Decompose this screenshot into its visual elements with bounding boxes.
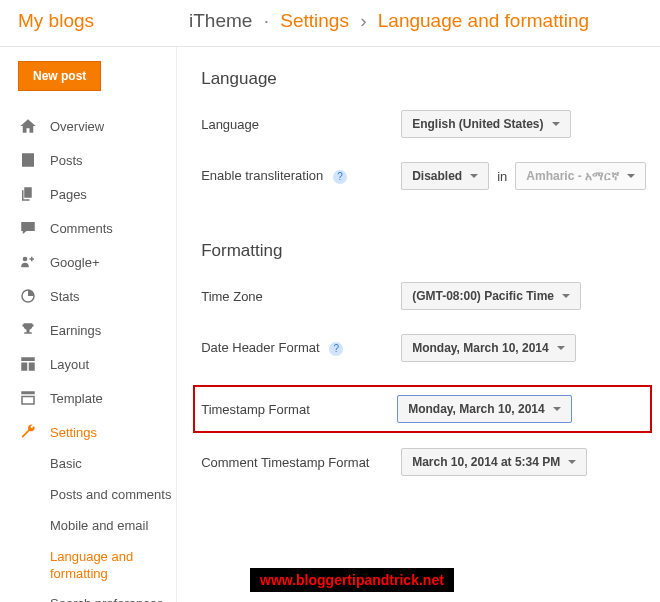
timestamp-label: Timestamp Format	[201, 402, 397, 417]
help-icon[interactable]: ?	[329, 342, 343, 356]
header-bar: My blogs iTheme · Settings › Language an…	[0, 0, 660, 47]
sidebar-item-overview[interactable]: Overview	[18, 109, 176, 143]
dateheader-label: Date Header Format ?	[201, 340, 401, 356]
comment-ts-label: Comment Timestamp Format	[201, 455, 401, 470]
caret-icon	[470, 174, 478, 178]
language-dropdown[interactable]: English (United States)	[401, 110, 570, 138]
template-icon	[18, 388, 38, 408]
sidebar-item-label: Stats	[50, 289, 80, 304]
trophy-icon	[18, 320, 38, 340]
language-row: Language English (United States)	[201, 109, 646, 139]
subnav-language-formatting[interactable]: Language and formatting	[50, 542, 176, 590]
sidebar-item-label: Earnings	[50, 323, 101, 338]
new-post-button[interactable]: New post	[18, 61, 101, 91]
sidebar: New post Overview Posts Pages Comments G…	[0, 47, 176, 602]
house-icon	[18, 116, 38, 136]
translit-in-text: in	[497, 169, 507, 184]
settings-subnav: Basic Posts and comments Mobile and emai…	[18, 449, 176, 602]
language-label: Language	[201, 117, 401, 132]
caret-icon	[627, 174, 635, 178]
breadcrumb-blog[interactable]: iTheme	[189, 10, 252, 31]
googleplus-icon	[18, 252, 38, 272]
translit-lang-value: Amharic - አማርኛ	[526, 169, 619, 183]
breadcrumb-sep: ›	[360, 10, 366, 31]
watermark-overlay: www.bloggertipandtrick.net	[250, 568, 454, 592]
translit-lang-dropdown[interactable]: Amharic - አማርኛ	[515, 162, 646, 190]
layout-icon	[18, 354, 38, 374]
subnav-mobile-email[interactable]: Mobile and email	[50, 511, 176, 542]
comment-timestamp-row: Comment Timestamp Format March 10, 2014 …	[201, 447, 646, 477]
breadcrumb: iTheme · Settings › Language and formatt…	[189, 10, 589, 32]
sidebar-item-label: Template	[50, 391, 103, 406]
sidebar-item-label: Comments	[50, 221, 113, 236]
stats-icon	[18, 286, 38, 306]
sidebar-item-label: Google+	[50, 255, 100, 270]
dateheader-value: Monday, March 10, 2014	[412, 341, 549, 355]
sidebar-item-template[interactable]: Template	[18, 381, 176, 415]
sidebar-item-earnings[interactable]: Earnings	[18, 313, 176, 347]
timezone-label: Time Zone	[201, 289, 401, 304]
sidebar-item-label: Pages	[50, 187, 87, 202]
main-content: Language Language English (United States…	[176, 47, 660, 602]
my-blogs-title[interactable]: My blogs	[18, 10, 94, 32]
sidebar-item-stats[interactable]: Stats	[18, 279, 176, 313]
subnav-posts-comments[interactable]: Posts and comments	[50, 480, 176, 511]
sidebar-item-pages[interactable]: Pages	[18, 177, 176, 211]
pages-icon	[18, 184, 38, 204]
sidebar-item-label: Posts	[50, 153, 83, 168]
help-icon[interactable]: ?	[333, 170, 347, 184]
comment-ts-value: March 10, 2014 at 5:34 PM	[412, 455, 560, 469]
dateheader-dropdown[interactable]: Monday, March 10, 2014	[401, 334, 576, 362]
sidebar-item-settings[interactable]: Settings	[18, 415, 176, 449]
sidebar-item-googleplus[interactable]: Google+	[18, 245, 176, 279]
translit-label: Enable transliteration ?	[201, 168, 401, 184]
transliteration-row: Enable transliteration ? Disabled in Amh…	[201, 161, 646, 191]
breadcrumb-section[interactable]: Settings	[280, 10, 349, 31]
comment-icon	[18, 218, 38, 238]
caret-icon	[557, 346, 565, 350]
sidebar-item-layout[interactable]: Layout	[18, 347, 176, 381]
timestamp-dropdown[interactable]: Monday, March 10, 2014	[397, 395, 572, 423]
timezone-value: (GMT-08:00) Pacific Time	[412, 289, 554, 303]
subnav-basic[interactable]: Basic	[50, 449, 176, 480]
translit-value: Disabled	[412, 169, 462, 183]
timezone-dropdown[interactable]: (GMT-08:00) Pacific Time	[401, 282, 581, 310]
dateheader-row: Date Header Format ? Monday, March 10, 2…	[201, 333, 646, 363]
sidebar-item-label: Layout	[50, 357, 89, 372]
translit-dropdown[interactable]: Disabled	[401, 162, 489, 190]
sidebar-item-label: Settings	[50, 425, 97, 440]
subnav-search-preferences[interactable]: Search preferences	[50, 589, 176, 602]
sidebar-item-comments[interactable]: Comments	[18, 211, 176, 245]
breadcrumb-sep: ·	[264, 10, 269, 31]
caret-icon	[568, 460, 576, 464]
language-value: English (United States)	[412, 117, 543, 131]
sidebar-item-label: Overview	[50, 119, 104, 134]
language-section-title: Language	[201, 69, 646, 89]
caret-icon	[553, 407, 561, 411]
formatting-section-title: Formatting	[201, 241, 646, 261]
caret-icon	[562, 294, 570, 298]
timestamp-row-highlighted: Timestamp Format Monday, March 10, 2014	[193, 385, 652, 433]
wrench-icon	[18, 422, 38, 442]
comment-ts-dropdown[interactable]: March 10, 2014 at 5:34 PM	[401, 448, 587, 476]
sidebar-item-posts[interactable]: Posts	[18, 143, 176, 177]
document-icon	[18, 150, 38, 170]
caret-icon	[552, 122, 560, 126]
timezone-row: Time Zone (GMT-08:00) Pacific Time	[201, 281, 646, 311]
timestamp-value: Monday, March 10, 2014	[408, 402, 545, 416]
breadcrumb-page[interactable]: Language and formatting	[378, 10, 589, 31]
